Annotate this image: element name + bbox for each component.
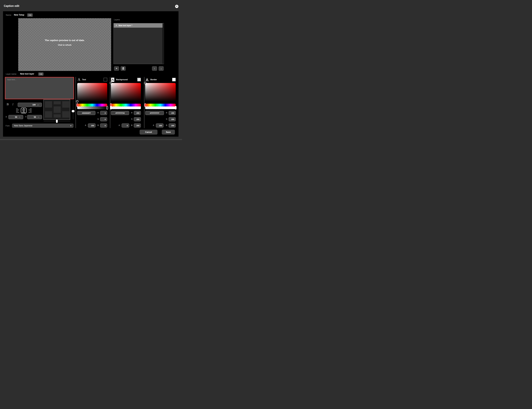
background-g-label: G bbox=[131, 118, 132, 120]
background-color-section: A Background #FFFFFF00 R bbox=[111, 78, 141, 128]
close-button[interactable]: × bbox=[175, 5, 178, 8]
layers-scrollbar[interactable] bbox=[163, 23, 164, 64]
text-color-title: Text bbox=[82, 78, 86, 81]
align-center-button[interactable] bbox=[22, 109, 26, 112]
x-position-input[interactable]: 50 % bbox=[8, 115, 23, 119]
border-color-swatch bbox=[172, 78, 176, 81]
border-a-value: 255 bbox=[157, 125, 162, 127]
vertical-position-slider-thumb[interactable] bbox=[72, 110, 75, 112]
text-sv-marker[interactable] bbox=[76, 100, 78, 102]
background-saturation-value-picker[interactable] bbox=[111, 83, 141, 101]
move-layer-up-button[interactable]: ↑ bbox=[152, 66, 157, 71]
y-label: Y bbox=[25, 116, 27, 118]
background-g-input[interactable]: 255 bbox=[134, 117, 141, 121]
y-position-input[interactable]: 50 % bbox=[27, 115, 42, 119]
name-label: Name: bbox=[6, 14, 12, 16]
preview-refresh-hint: Click to refresh bbox=[45, 44, 85, 46]
arrow-up-icon: ↑ bbox=[154, 67, 155, 70]
background-b-input[interactable]: 255 bbox=[134, 123, 141, 128]
divider bbox=[110, 77, 110, 128]
position-preview[interactable] bbox=[43, 99, 70, 120]
border-b-input[interactable]: 255 bbox=[169, 123, 176, 128]
text-a-value: 255 bbox=[89, 125, 94, 127]
border-a-input[interactable]: 255 bbox=[156, 123, 164, 128]
text-alpha-slider[interactable] bbox=[77, 106, 107, 109]
y-value: 50 bbox=[28, 116, 36, 118]
text-alpha-marker[interactable] bbox=[106, 106, 108, 110]
pos-tile bbox=[54, 106, 61, 113]
border-g-value: 255 bbox=[169, 118, 174, 120]
text-g-input[interactable]: 0 bbox=[100, 117, 107, 121]
save-button[interactable]: Save bbox=[162, 130, 175, 135]
background-r-value: 255 bbox=[134, 112, 139, 114]
pos-tile bbox=[45, 101, 52, 108]
divider bbox=[144, 77, 144, 128]
border-b-value: 255 bbox=[169, 125, 174, 127]
cancel-button[interactable]: Cancel bbox=[140, 130, 158, 135]
move-layer-down-button[interactable]: ↓ bbox=[159, 66, 164, 71]
y-unit: % bbox=[36, 116, 41, 118]
text-hex-input[interactable]: #000000FF bbox=[77, 111, 95, 115]
background-alpha-slider[interactable] bbox=[111, 106, 141, 109]
text-saturation-value-picker[interactable] bbox=[77, 83, 107, 101]
align-right-button[interactable] bbox=[28, 109, 32, 112]
border-g-input[interactable]: 255 bbox=[169, 117, 176, 121]
caption-name-value: New Telop bbox=[14, 14, 24, 16]
text-hex-value: #000000FF bbox=[82, 112, 91, 114]
italic-button[interactable]: I bbox=[12, 102, 13, 106]
text-hue-slider[interactable] bbox=[77, 104, 107, 106]
delete-layer-button[interactable] bbox=[121, 66, 126, 71]
border-hue-marker[interactable] bbox=[144, 103, 146, 107]
border-alpha-marker[interactable] bbox=[175, 106, 177, 110]
border-color-section: A Border #FFFFFFFF R 255 bbox=[145, 78, 176, 128]
border-r-label: R bbox=[166, 112, 167, 114]
background-hue-slider[interactable] bbox=[111, 104, 141, 106]
align-left-button[interactable] bbox=[16, 109, 20, 112]
text-r-input[interactable]: 0 bbox=[100, 111, 107, 115]
background-alpha-marker[interactable] bbox=[110, 106, 112, 110]
layer-name-label: Layer name: bbox=[6, 73, 17, 75]
caption-preview[interactable]: The caption preview is out of date. Clic… bbox=[18, 18, 111, 71]
horizontal-position-slider-thumb[interactable] bbox=[56, 120, 58, 123]
font-dropdown[interactable]: Noto Sans Japanese ▼ bbox=[12, 123, 74, 128]
layer-list-item[interactable]: A New text layer * bbox=[114, 23, 164, 28]
background-a-input[interactable]: 0 bbox=[121, 123, 129, 128]
edit-layer-name-button[interactable]: Edit bbox=[38, 72, 44, 76]
vertical-position-slider-track[interactable] bbox=[73, 100, 73, 119]
font-size-input[interactable]: 100 px bbox=[18, 103, 42, 107]
background-color-icon: A bbox=[111, 78, 114, 82]
border-r-input[interactable]: 255 bbox=[169, 111, 176, 115]
border-alpha-slider[interactable] bbox=[145, 106, 176, 109]
background-hex-input[interactable]: #FFFFFF00 bbox=[111, 111, 129, 115]
text-color-section: A Text #000000FF R 0 bbox=[77, 78, 107, 128]
background-color-swatch bbox=[137, 78, 141, 81]
background-r-label: R bbox=[131, 112, 132, 114]
text-a-input[interactable]: 255 bbox=[88, 123, 96, 128]
text-b-input[interactable]: 0 bbox=[100, 123, 107, 128]
edit-name-button[interactable]: Edit bbox=[27, 13, 33, 17]
pos-tile bbox=[45, 111, 52, 118]
font-label: Font bbox=[6, 125, 9, 127]
border-hue-slider[interactable] bbox=[145, 104, 176, 106]
caption-text-input[interactable] bbox=[5, 77, 74, 99]
text-b-label: B bbox=[97, 124, 99, 126]
text-hue-marker[interactable] bbox=[76, 103, 78, 107]
border-hex-input[interactable]: #FFFFFFFF bbox=[145, 111, 164, 115]
pos-tile bbox=[62, 101, 69, 108]
bold-button[interactable]: B bbox=[7, 102, 9, 106]
text-g-value: 0 bbox=[101, 118, 106, 120]
x-unit: % bbox=[17, 116, 22, 118]
background-r-input[interactable]: 255 bbox=[134, 111, 141, 115]
text-color-icon: A bbox=[78, 77, 80, 82]
text-a-label: A bbox=[85, 124, 86, 126]
background-hex-value: #FFFFFF00 bbox=[115, 112, 125, 114]
border-saturation-value-picker[interactable] bbox=[145, 83, 176, 101]
svg-text:A: A bbox=[146, 78, 149, 82]
layer-item-label: New text layer * bbox=[119, 25, 132, 27]
background-sv-marker[interactable] bbox=[110, 82, 112, 84]
font-size-value: 100 bbox=[19, 104, 36, 106]
border-sv-marker[interactable] bbox=[144, 82, 146, 84]
dialog-body: Name: New Telop Edit The caption preview… bbox=[3, 11, 178, 137]
plus-icon: + bbox=[116, 67, 117, 70]
add-layer-button[interactable]: + bbox=[114, 66, 119, 71]
